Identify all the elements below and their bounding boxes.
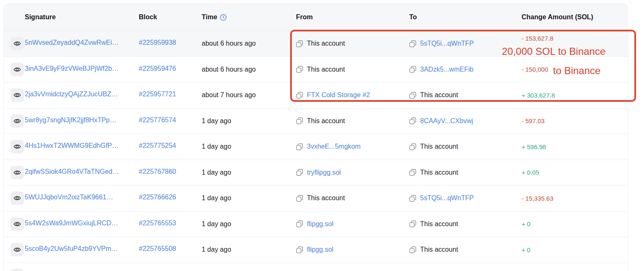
preview-eye-button[interactable] [10,37,24,50]
from-account[interactable]: This account [307,40,345,47]
copy-icon[interactable] [296,40,303,47]
header-signature: Signature [25,13,139,21]
preview-eye-button[interactable] [10,114,24,128]
amount-value: 0 [527,220,530,227]
copy-icon[interactable] [296,117,303,124]
copy-icon[interactable] [296,92,303,99]
to-account[interactable]: 8CAAyV...CXbvwj [420,117,473,125]
table-row: 5nWvsedZeyaddQ4ZvwRwEi… #225959938 about… [4,31,628,57]
signature-link[interactable]: 2qifwSSiok4GRo4VTaTNGed… [25,168,119,176]
header-change-amount: Change Amount (SOL) [522,13,628,21]
copy-icon[interactable] [296,143,303,150]
to-cell: This account [409,169,522,176]
block-link[interactable]: #225765553 [139,219,176,227]
preview-eye-button[interactable] [10,63,24,76]
change-amount: -153,627.8 [522,35,553,42]
signature-link[interactable]: 5wr8yg7sngNJjfK2jjf8HxTPp… [25,116,117,124]
to-account[interactable]: This account [420,143,458,150]
block-link[interactable]: #225766626 [139,194,176,201]
block-cell: #225959938 [139,39,202,48]
to-cell: This account [409,91,522,99]
preview-eye-button[interactable] [10,269,24,271]
from-account[interactable]: This account [307,66,345,73]
to-account[interactable]: 3ADzk5...wmEFib [420,66,473,73]
change-amount: -597.03 [522,117,545,124]
amount-value: 303,627.8 [527,92,555,99]
copy-icon[interactable] [409,195,416,202]
from-account[interactable]: FTX Cold Storage #2 [307,91,370,99]
copy-icon[interactable] [409,220,416,227]
change-amount: +0.05 [522,169,539,176]
table-row: 5WUJJqboVm2oizTaK9661… #225766626 1 day … [4,185,628,211]
copy-icon[interactable] [296,169,303,176]
copy-icon[interactable] [409,40,416,47]
time-cell: 1 day ago [202,117,296,125]
copy-icon[interactable] [409,246,416,253]
to-account[interactable]: This account [420,91,458,99]
amount-sign: + [522,169,525,176]
time-cell: about 6 hours ago [202,66,296,73]
copy-icon[interactable] [409,117,416,124]
signature-link[interactable]: 5nWvsedZeyaddQ4ZvwRwEi… [25,39,119,46]
to-account[interactable]: 5sTQ5i...qWnTFP [420,40,474,47]
block-cell: #225765553 [139,219,202,229]
copy-icon[interactable] [409,66,416,73]
block-link[interactable]: #225957721 [139,90,176,98]
from-account[interactable]: flipgg.sol [307,220,333,228]
time-cell: 1 day ago [202,194,296,202]
change-cell: +303,627.8 [522,83,628,108]
to-account[interactable]: This account [420,246,458,253]
from-cell: This account [296,117,409,125]
from-account[interactable]: tryflipgg.sol [307,169,341,176]
copy-icon[interactable] [409,92,416,99]
signature-link[interactable]: 5scoB4y2Uw5fuP4zb9YVPm… [25,245,118,253]
block-cell: #225776574 [139,116,202,126]
copy-icon[interactable] [296,220,303,227]
preview-eye-button[interactable] [10,140,24,153]
block-link[interactable]: #225775254 [139,142,176,150]
preview-eye-button[interactable] [10,191,24,205]
block-link[interactable]: #225765508 [139,245,176,253]
to-account[interactable]: This account [420,220,458,228]
eye-icon [13,143,21,150]
block-link[interactable]: #225959938 [139,39,176,46]
to-account[interactable]: 5sTQ5i...qWnTFP [420,194,474,202]
signature-link[interactable]: 4Hs1HwxT2WWMG9EdhGfP… [25,142,119,150]
preview-eye-button[interactable] [10,88,24,102]
from-cell: flipgg.sol [296,246,409,253]
from-cell: 3vxheE...5mgkom [296,143,409,150]
change-cell: -150,000 [522,57,628,83]
transactions-page: Signature Block Time From To [0,0,644,271]
block-link[interactable]: #225959476 [139,65,176,72]
change-cell: +0 [522,212,628,237]
signature-link[interactable]: 5s4W2sWa9JmWGxiujLRCD… [25,219,118,227]
change-cell: +0.05 [522,160,628,186]
copy-icon[interactable] [409,143,416,150]
amount-value: 597.03 [525,117,545,124]
block-cell: #225765508 [139,245,202,254]
amount-value: 596.98 [527,143,546,150]
header-to-label: To [409,13,417,21]
block-link[interactable]: #225767860 [139,168,176,176]
from-cell: This account [296,66,409,73]
block-link[interactable]: #225776574 [139,116,176,124]
from-account[interactable]: This account [307,117,345,125]
from-account[interactable]: flipgg.sol [307,246,333,253]
copy-icon[interactable] [296,246,303,253]
from-account[interactable]: 3vxheE...5mgkom [307,143,361,150]
preview-eye-button[interactable] [10,243,24,256]
header-signature-label: Signature [25,13,56,21]
copy-icon[interactable] [409,169,416,176]
preview-eye-button[interactable] [10,217,24,231]
block-cell: #225766626 [139,194,202,203]
preview-eye-button[interactable] [10,166,24,179]
signature-link[interactable]: 2ja3vVmidctzyQAjZZJucUBZ… [25,90,118,98]
to-account[interactable]: This account [420,169,458,176]
from-account[interactable]: This account [307,194,345,202]
table-row: 2qifwSSiok4GRo4VTaTNGed… #225767860 1 da… [4,160,628,186]
copy-icon[interactable] [296,66,303,73]
signature-link[interactable]: 5WUJJqboVm2oizTaK9661… [25,194,113,201]
signature-link[interactable]: 3inA3vE9yF9zVWeBJPjWf2b… [25,65,119,72]
copy-icon[interactable] [296,195,303,202]
time-text: 1 day ago [202,117,231,124]
